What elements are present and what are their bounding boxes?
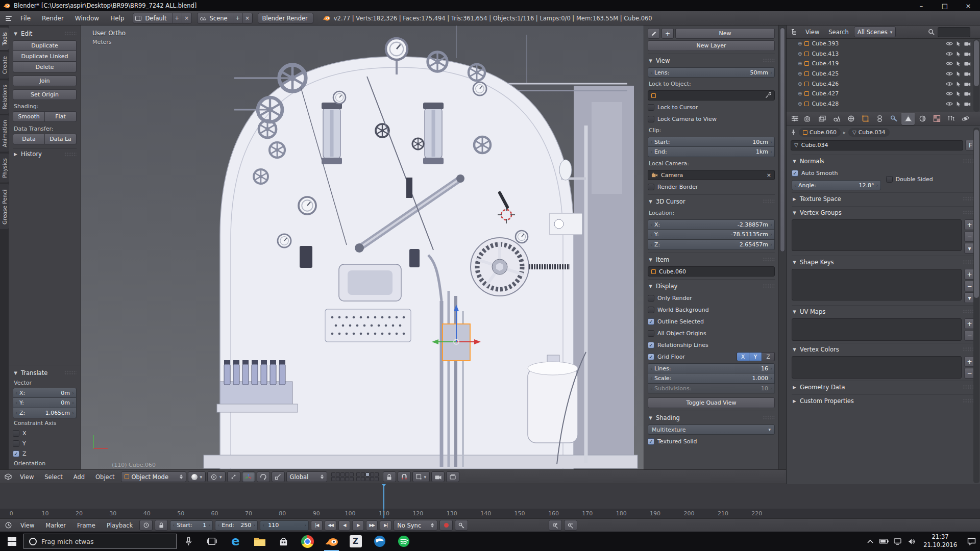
- tab-scene[interactable]: [830, 113, 843, 125]
- transform-orientation-dropdown[interactable]: Global: [286, 471, 327, 482]
- use-preview-range-toggle[interactable]: [139, 520, 153, 531]
- gp-new-button[interactable]: New: [675, 28, 775, 39]
- viewport-3d[interactable]: User Ortho Meters (110) Cube.060 + New N…: [81, 26, 786, 469]
- microphone-button[interactable]: [177, 532, 200, 551]
- clip-end-field[interactable]: End:1km: [648, 147, 775, 157]
- grid-axis-x-toggle[interactable]: X: [737, 352, 749, 361]
- scrollbar-thumb[interactable]: [974, 130, 979, 298]
- local-camera-field[interactable]: Camera ×: [648, 170, 775, 180]
- eyedropper-icon[interactable]: [765, 92, 771, 98]
- viewport-menu-view[interactable]: View: [15, 470, 38, 484]
- duplicate-button[interactable]: Duplicate: [13, 40, 77, 51]
- vertex-colors-list[interactable]: [792, 356, 962, 379]
- visibility-eye-icon[interactable]: [946, 52, 953, 56]
- viewport-editor-icon[interactable]: [3, 471, 14, 483]
- pivot-align-toggle[interactable]: [227, 471, 240, 482]
- uv-maps-panel-header[interactable]: UV Maps: [792, 306, 975, 317]
- expand-icon[interactable]: [798, 91, 802, 96]
- outliner-row[interactable]: Cube.393: [787, 39, 980, 49]
- record-button[interactable]: [439, 520, 453, 531]
- grid-axis-z-toggle[interactable]: Z: [762, 352, 775, 361]
- insert-keyframe-button[interactable]: [549, 520, 562, 531]
- volume-icon[interactable]: [905, 536, 918, 547]
- custom-properties-panel-header[interactable]: Custom Properties: [792, 395, 975, 406]
- delete-scene-button[interactable]: ×: [242, 13, 252, 23]
- cursor-x-field[interactable]: X:-2.38857m: [648, 219, 775, 230]
- pin-icon[interactable]: [791, 129, 796, 135]
- toggle-quad-view-button[interactable]: Toggle Quad View: [648, 397, 775, 408]
- cursor-z-field[interactable]: Z:2.65457m: [648, 240, 775, 250]
- close-button[interactable]: ×: [957, 0, 980, 11]
- scene-selector[interactable]: Scene + ×: [197, 13, 253, 23]
- play-reverse-button[interactable]: ◀: [338, 520, 350, 531]
- renderability-camera-icon[interactable]: [964, 102, 971, 106]
- manipulator-rotate-toggle[interactable]: [257, 471, 270, 482]
- clear-camera-button[interactable]: ×: [767, 172, 771, 179]
- frame-start-field[interactable]: Start:1: [170, 520, 213, 531]
- scene-lock-toggle[interactable]: [383, 471, 396, 482]
- expand-icon[interactable]: [798, 61, 802, 66]
- file-explorer-icon[interactable]: [248, 532, 272, 551]
- properties-scrollbar[interactable]: [973, 128, 979, 483]
- cursor-panel-header[interactable]: 3D Cursor: [648, 196, 775, 207]
- battery-icon[interactable]: [877, 536, 890, 547]
- search-input[interactable]: Frag mich etwas: [23, 534, 177, 549]
- visibility-eye-icon[interactable]: [946, 41, 953, 46]
- constraint-z-checkbox[interactable]: Z: [13, 448, 77, 459]
- viewport-menu-select[interactable]: Select: [40, 470, 67, 484]
- all-object-origins-checkbox[interactable]: All Object Origins: [648, 328, 775, 338]
- tab-relations[interactable]: Relations: [0, 80, 9, 114]
- geometry-data-panel-header[interactable]: Geometry Data: [792, 382, 975, 392]
- visibility-eye-icon[interactable]: [946, 82, 953, 86]
- renderability-camera-icon[interactable]: [964, 61, 971, 66]
- menu-render[interactable]: Render: [37, 11, 69, 25]
- grid-floor-checkbox[interactable]: Grid Floor: [648, 352, 734, 362]
- snap-toggle[interactable]: [398, 471, 411, 482]
- outliner-row[interactable]: Cube.426: [787, 79, 980, 89]
- outliner-row[interactable]: Cube.419: [787, 59, 980, 69]
- lock-time-cursor-toggle[interactable]: [155, 520, 168, 531]
- breadcrumb-object[interactable]: Cube.060: [799, 128, 841, 137]
- tab-modifiers[interactable]: [887, 113, 900, 125]
- expand-icon[interactable]: [798, 41, 802, 46]
- renderability-camera-icon[interactable]: [964, 41, 971, 46]
- outliner-menu-view[interactable]: View: [801, 26, 823, 38]
- info-editor-icon[interactable]: [3, 13, 14, 24]
- add-layout-button[interactable]: +: [172, 13, 182, 23]
- item-name-field[interactable]: Cube.060: [648, 266, 775, 277]
- frame-end-field[interactable]: End:250: [215, 520, 258, 531]
- viewport-menu-add[interactable]: Add: [69, 470, 89, 484]
- selectability-cursor-icon[interactable]: [956, 101, 961, 107]
- screen-layout-selector[interactable]: Default + ×: [133, 13, 192, 23]
- render-engine-selector[interactable]: Blender Render: [258, 13, 313, 23]
- scrollbar-thumb[interactable]: [974, 40, 979, 86]
- outliner-editor-icon[interactable]: [789, 27, 800, 38]
- tab-texture[interactable]: [930, 113, 943, 125]
- outliner-search-field[interactable]: [938, 27, 970, 37]
- maximize-button[interactable]: □: [933, 0, 957, 11]
- snap-element-dropdown[interactable]: ▾: [412, 471, 430, 482]
- shade-flat-button[interactable]: Flat: [45, 111, 77, 122]
- renderability-camera-icon[interactable]: [964, 82, 971, 86]
- grid-lines-field[interactable]: Lines:16: [648, 363, 775, 373]
- viewport-menu-object[interactable]: Object: [91, 470, 119, 484]
- lock-to-object-field[interactable]: [648, 90, 775, 101]
- play-button[interactable]: ▶: [352, 520, 364, 531]
- outliner-row[interactable]: Cube.425: [787, 69, 980, 79]
- tab-physics[interactable]: [959, 113, 972, 125]
- shading-panel-header[interactable]: Shading: [648, 412, 775, 423]
- tab-tools[interactable]: Tools: [0, 28, 9, 50]
- visibility-eye-icon[interactable]: [946, 91, 953, 96]
- grease-pencil-add-button[interactable]: +: [662, 28, 674, 39]
- tab-physics[interactable]: Physics: [0, 154, 9, 183]
- expand-icon[interactable]: [798, 81, 802, 87]
- jump-to-end-button[interactable]: ▶|: [380, 520, 391, 531]
- thunderbird-icon[interactable]: [368, 532, 391, 551]
- visibility-eye-icon[interactable]: [946, 71, 953, 76]
- selectability-cursor-icon[interactable]: [956, 71, 961, 77]
- start-button[interactable]: [0, 532, 23, 551]
- selectability-cursor-icon[interactable]: [956, 81, 961, 87]
- renderability-camera-icon[interactable]: [964, 71, 971, 76]
- clip-start-field[interactable]: Start:10cm: [648, 137, 775, 147]
- translate-panel-header[interactable]: Translate: [13, 367, 77, 378]
